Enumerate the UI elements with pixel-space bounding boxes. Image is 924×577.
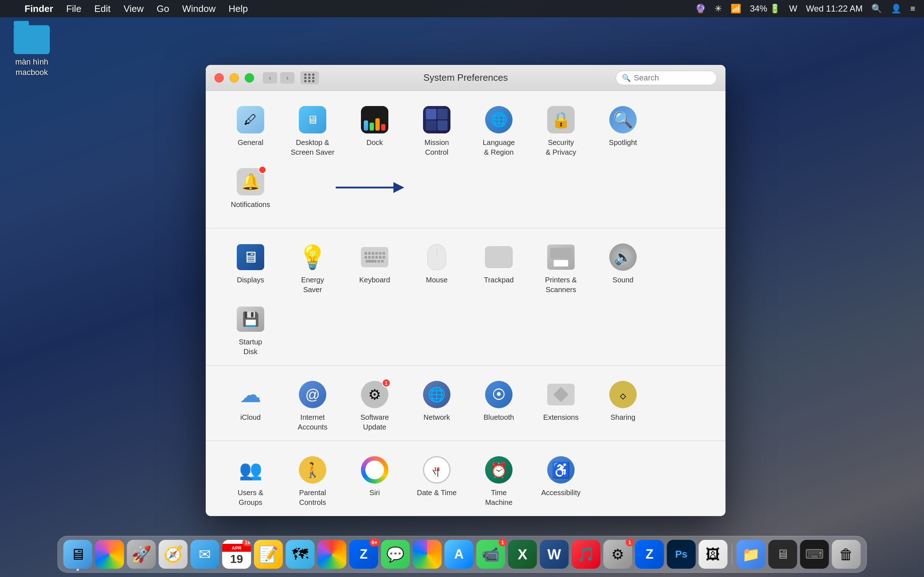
search-box[interactable]: 🔍 <box>616 71 717 85</box>
internet-icon: @ <box>298 380 327 409</box>
dock-photos2[interactable] <box>413 540 442 569</box>
security-label: Security& Privacy <box>546 138 576 157</box>
pref-mouse[interactable]: Mouse <box>406 235 467 296</box>
menubar-go[interactable]: Go <box>157 3 169 15</box>
dock-zalo[interactable]: Z 6+ <box>349 540 378 569</box>
menubar-view[interactable]: View <box>123 3 144 15</box>
icloud-icon: ☁ <box>236 380 265 409</box>
maximize-button[interactable] <box>245 73 254 82</box>
dock-music[interactable]: 🎵 <box>572 540 601 569</box>
pref-sharing[interactable]: ⬦ Sharing <box>593 373 653 434</box>
dock-zalo2[interactable]: Z <box>635 540 664 569</box>
pref-trackpad[interactable]: Trackpad <box>468 235 529 296</box>
users-label: Users &Groups <box>237 488 263 508</box>
dock-messages[interactable]: 💬 <box>381 540 410 569</box>
pref-security[interactable]: 🔒 Security& Privacy <box>531 98 591 159</box>
minimize-button[interactable] <box>229 73 239 82</box>
siri-menubar-icon[interactable]: 🔮 <box>695 3 706 14</box>
dock-excel[interactable]: X <box>508 540 537 569</box>
prefs-section-1: 🖊 General 🖥 Desktop &Screen Saver <box>206 91 725 228</box>
user-menubar-icon[interactable]: 👤 <box>891 3 901 14</box>
desktop-ss-icon: 🖥 <box>298 105 327 134</box>
dock-maps[interactable]: 🗺 <box>286 540 315 569</box>
sysprefs-badge: 1 <box>626 538 634 546</box>
pref-parental[interactable]: 🚶 ParentalControls <box>282 448 343 509</box>
pref-extensions[interactable]: Extensions <box>531 373 591 434</box>
forward-button[interactable]: › <box>280 72 294 84</box>
folder-dock-icon: 📁 <box>742 546 760 563</box>
general-icon: 🖊 <box>236 105 265 134</box>
pref-notifications[interactable]: 🔔 Notifications <box>220 160 281 221</box>
close-button[interactable] <box>215 73 224 82</box>
pref-startup[interactable]: 💾 StartupDisk <box>220 298 281 358</box>
pref-datetime[interactable]: 18 Date & Time <box>406 448 467 509</box>
prefs-grid-2: 🖥 Displays 💡 EnergySaver <box>220 235 711 358</box>
menubar-window[interactable]: Window <box>182 3 215 15</box>
pref-general[interactable]: 🖊 General <box>220 98 281 159</box>
trackpad-label: Trackpad <box>484 275 514 285</box>
pref-icloud[interactable]: ☁ iCloud <box>220 373 281 434</box>
dock-siri[interactable] <box>95 540 124 569</box>
dock-safari[interactable]: 🧭 <box>159 540 188 569</box>
pref-desktop-ss[interactable]: 🖥 Desktop &Screen Saver <box>282 98 343 159</box>
dock-calendar[interactable]: APR 19 19 <box>222 540 251 569</box>
pref-timemachine[interactable]: ⏰ TimeMachine <box>468 448 529 509</box>
mission-control-icon <box>422 105 451 134</box>
dock-launchpad[interactable]: 🚀 <box>127 540 156 569</box>
dock-mail[interactable]: ✉ <box>191 540 220 569</box>
pref-siri[interactable]: Siri <box>344 448 405 509</box>
menubar-finder[interactable]: Finder <box>24 3 53 15</box>
bluetooth-menubar-icon[interactable]: ✳ <box>715 3 722 14</box>
search-input[interactable] <box>634 73 711 82</box>
dock-iphoto[interactable]: 🖼 <box>699 540 728 569</box>
pref-network[interactable]: 🌐 Network <box>406 373 467 434</box>
back-button[interactable]: ‹ <box>263 72 277 84</box>
pref-users[interactable]: 👥 Users &Groups <box>220 448 281 509</box>
dock-screen[interactable]: 🖥 <box>769 540 797 569</box>
dock-folder[interactable]: 📁 <box>737 540 766 569</box>
ps-dock-icon: Ps <box>675 548 687 560</box>
pref-displays[interactable]: 🖥 Displays <box>220 235 281 296</box>
grid-view-button[interactable] <box>300 71 319 84</box>
menubar-edit[interactable]: Edit <box>94 3 110 15</box>
menu-extras-icon[interactable]: ≡ <box>910 3 915 14</box>
language-label: Language& Region <box>483 138 515 157</box>
pref-keyboard[interactable]: Keyboard <box>344 235 405 296</box>
screen-dock-icon: 🖥 <box>776 547 789 562</box>
desktop-folder[interactable]: màn hình macbook <box>10 25 53 77</box>
pref-internet[interactable]: @ InternetAccounts <box>282 373 343 434</box>
pref-printers[interactable]: Printers &Scanners <box>531 235 591 296</box>
dock-finder[interactable]: 🖥 <box>63 540 92 569</box>
trash-dock-icon: 🗑 <box>839 546 854 562</box>
dock-notes[interactable]: 📝 <box>254 540 283 569</box>
icloud-label: iCloud <box>241 413 261 422</box>
menubar-file[interactable]: File <box>66 3 81 15</box>
dock-keyboard[interactable]: ⌨ <box>800 540 829 569</box>
pref-software[interactable]: ⚙ 1 SoftwareUpdate <box>344 373 405 434</box>
dock-facetime[interactable]: 📹 1 <box>477 540 505 569</box>
displays-label: Displays <box>237 275 264 285</box>
wifi-menubar-icon[interactable]: 📶 <box>730 3 741 14</box>
dock-sysprefs[interactable]: ⚙ 1 <box>604 540 632 569</box>
siri-icon <box>360 456 389 484</box>
menubar-right: 🔮 ✳ 📶 34% 🔋 W Wed 11:22 AM 🔍 👤 ≡ <box>695 3 915 14</box>
search-menubar-icon[interactable]: 🔍 <box>871 3 882 14</box>
pref-energy[interactable]: 💡 EnergySaver <box>282 235 343 296</box>
dock-word[interactable]: W <box>540 540 569 569</box>
pref-language[interactable]: 🌐 Language& Region <box>468 98 529 159</box>
pref-dock[interactable]: Dock <box>344 98 405 159</box>
pref-bluetooth[interactable]: ⦿ Bluetooth <box>468 373 529 434</box>
dock-photoshop[interactable]: Ps <box>667 540 696 569</box>
menubar-help[interactable]: Help <box>228 3 247 15</box>
pref-accessibility[interactable]: ♿ Accessibility <box>531 448 591 509</box>
pref-spotlight[interactable]: 🔍 Spotlight <box>593 98 653 159</box>
word-menubar-icon[interactable]: W <box>789 3 797 14</box>
dock-photos[interactable] <box>318 540 347 569</box>
pref-mission-control[interactable]: MissionControl <box>406 98 467 159</box>
pref-sound[interactable]: 🔊 Sound <box>593 235 653 296</box>
dock-appstore[interactable]: A <box>445 540 473 569</box>
traffic-lights <box>215 73 254 82</box>
parental-label: ParentalControls <box>299 488 326 508</box>
iphoto-dock-icon: 🖼 <box>706 546 720 562</box>
dock-trash[interactable]: 🗑 <box>832 540 861 569</box>
